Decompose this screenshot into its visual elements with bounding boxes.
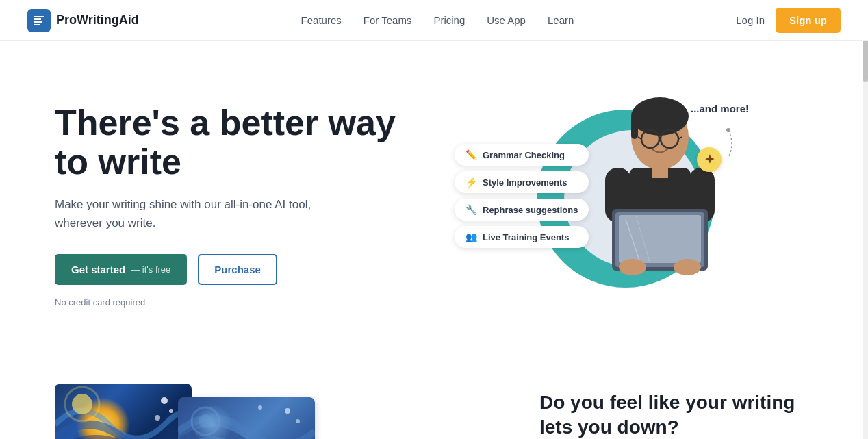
nav-links: Features For Teams Pricing Use App Learn (301, 14, 574, 27)
nav-features[interactable]: Features (301, 14, 342, 26)
logo-text: ProWritingAid (56, 13, 139, 27)
signup-button[interactable]: Sign up (776, 8, 841, 33)
hero-illustration: ✏️ Grammar Checking ⚡ Style Improvements… (468, 89, 756, 322)
style-icon: ⚡ (465, 177, 477, 188)
nav-for-teams[interactable]: For Teams (363, 14, 412, 26)
second-section: My idea in my head Do you feel like your… (0, 356, 868, 439)
blue-overlay-card (178, 397, 315, 439)
svg-point-24 (155, 415, 160, 421)
scrollbar[interactable] (863, 0, 868, 439)
hero-section: There's a better way to write Make your … (0, 41, 868, 356)
and-more-text: ...and more! (691, 103, 749, 114)
training-icon: 👥 (465, 231, 477, 242)
plus-badge: ✦ (697, 147, 722, 172)
svg-rect-9 (652, 164, 668, 178)
svg-point-17 (619, 259, 646, 275)
svg-point-25 (192, 407, 219, 435)
second-text: Do you feel like your writing lets you d… (539, 390, 813, 439)
style-label: Style Improvements (483, 177, 567, 188)
hero-buttons: Get started — it's free Purchase (55, 254, 411, 285)
navbar: ProWritingAid Features For Teams Pricing… (0, 0, 868, 41)
rephrase-icon: 🔧 (465, 204, 477, 215)
starry-night-card (55, 384, 192, 439)
feature-card-training: 👥 Live Training Events (455, 226, 589, 248)
blue-card-svg (178, 397, 315, 439)
logo[interactable]: ProWritingAid (27, 9, 139, 32)
get-started-button[interactable]: Get started — it's free (55, 254, 187, 285)
free-label: — it's free (131, 264, 170, 275)
get-started-label: Get started (71, 264, 125, 275)
svg-point-27 (285, 408, 290, 414)
feature-card-rephrase: 🔧 Rephrase suggestions (455, 199, 589, 221)
svg-point-1 (631, 97, 689, 136)
feature-card-style: ⚡ Style Improvements (455, 171, 589, 193)
svg-point-26 (199, 414, 212, 428)
svg-point-19 (726, 128, 730, 132)
svg-point-23 (169, 409, 173, 413)
swirl-svg (55, 384, 192, 439)
training-label: Live Training Events (483, 232, 569, 242)
feature-cards: ✏️ Grammar Checking ⚡ Style Improvements… (455, 144, 589, 248)
purchase-button[interactable]: Purchase (198, 254, 277, 285)
nav-pricing[interactable]: Pricing (433, 14, 465, 26)
svg-point-28 (296, 419, 300, 423)
svg-rect-14 (619, 215, 701, 263)
login-button[interactable]: Log In (736, 14, 765, 26)
nav-use-app[interactable]: Use App (487, 14, 526, 26)
no-credit-text: No credit card required (55, 297, 411, 308)
svg-point-20 (72, 394, 92, 414)
second-section-title: Do you feel like your writing lets you d… (539, 390, 813, 439)
person-illustration (591, 89, 728, 308)
svg-point-18 (674, 259, 701, 275)
hero-subtitle: Make your writing shine with our all-in-… (55, 195, 315, 232)
grammar-icon: ✏️ (465, 149, 477, 160)
nav-learn[interactable]: Learn (548, 14, 574, 26)
hero-left: There's a better way to write Make your … (55, 103, 411, 308)
feature-card-grammar: ✏️ Grammar Checking (455, 144, 589, 166)
hero-title: There's a better way to write (55, 103, 411, 181)
grammar-label: Grammar Checking (483, 150, 565, 160)
logo-icon (27, 9, 51, 32)
nav-actions: Log In Sign up (736, 8, 841, 33)
starry-night-image (55, 384, 192, 439)
second-image-area: My idea in my head (55, 384, 383, 439)
hero-right: ✏️ Grammar Checking ⚡ Style Improvements… (411, 82, 813, 329)
rephrase-label: Rephrase suggestions (483, 205, 578, 215)
svg-point-22 (161, 397, 168, 404)
logo-svg (32, 14, 46, 27)
svg-point-29 (258, 405, 262, 410)
svg-rect-2 (631, 115, 638, 139)
